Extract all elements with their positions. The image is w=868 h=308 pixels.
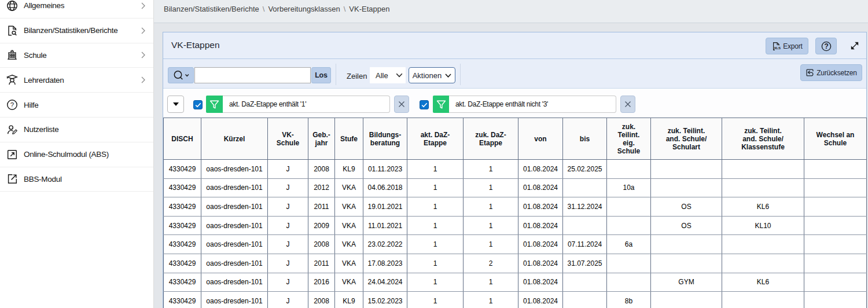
- svg-text:?: ?: [824, 42, 828, 50]
- svg-text:XLS: XLS: [774, 46, 781, 50]
- svg-text:?: ?: [10, 101, 14, 108]
